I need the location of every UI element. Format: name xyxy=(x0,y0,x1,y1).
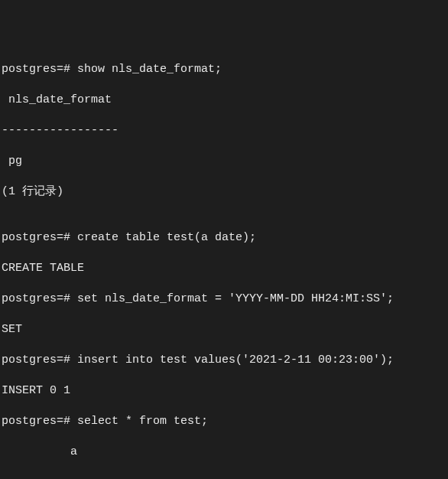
terminal-line: INSERT 0 1 xyxy=(2,383,446,399)
terminal-line: postgres=# select * from test; xyxy=(2,414,446,429)
terminal-line: postgres=# insert into test values('2021… xyxy=(2,353,446,368)
terminal-line: ----------------- xyxy=(2,123,446,138)
terminal-line: postgres=# set nls_date_format = 'YYYY-M… xyxy=(2,292,446,307)
terminal-line: postgres=# create table test(a date); xyxy=(2,230,446,246)
terminal-line: CREATE TABLE xyxy=(2,261,446,276)
terminal-line: (1 行记录) xyxy=(2,184,446,200)
terminal-line: postgres=# show nls_date_format; xyxy=(2,62,446,77)
terminal-line: a xyxy=(2,445,446,460)
terminal-line: pg xyxy=(2,154,446,169)
terminal-line: nls_date_format xyxy=(2,93,446,108)
terminal-line: --------------------- xyxy=(2,475,446,479)
terminal-line: SET xyxy=(2,322,446,337)
